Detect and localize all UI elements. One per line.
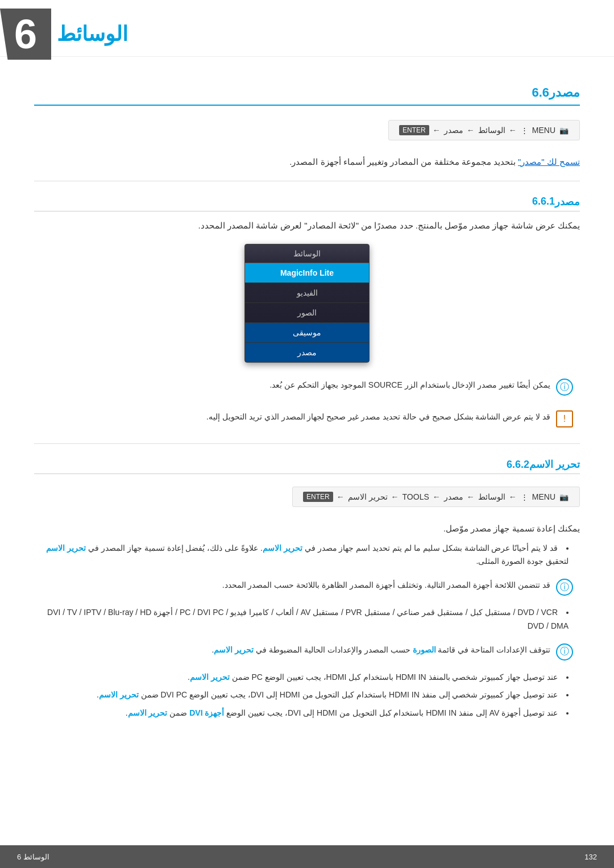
nav2-step1: الوسائط xyxy=(478,492,505,501)
nav-arrow-1: ← xyxy=(509,126,517,135)
section-6-6-number: 6.6 xyxy=(532,85,549,100)
section-6-6-1-heading: مصدر 6.6.1 xyxy=(34,196,580,211)
menu-item-source: مصدر xyxy=(245,343,369,362)
nav-path-6-6-2: 📷 MENU ⋮ ← الوسائط ← مصدر ← TOOLS ← تحري… xyxy=(292,487,580,507)
note-text-3: قد تتضمن اللائحة أجهزة المصدر التالية. و… xyxy=(222,579,550,591)
nav2-arrow-5: ← xyxy=(337,492,345,501)
info-icon-3: ⓘ xyxy=(556,643,573,661)
nav2-arrow-4: ← xyxy=(391,492,399,501)
note-box-1: ⓘ يمكن أيضًا تغيير مصدر الإدخال باستخدام… xyxy=(34,374,580,400)
note-box-2: ! قد لا يتم عرض الشاشة بشكل صحيح في حالة… xyxy=(34,406,580,432)
menu-item-music: موسيقى xyxy=(245,323,369,343)
warning-icon-1: ! xyxy=(556,410,573,427)
bullet-item-pc: عند توصيل جهاز كمبيوتر شخصي بالمنفذ HDMI… xyxy=(34,671,569,684)
bullet-item-dvi-pc: عند توصيل جهاز كمبيوتر شخصي إلى منفذ HDM… xyxy=(34,688,569,702)
info-icon-1: ⓘ xyxy=(556,379,573,396)
page-number: 132 xyxy=(584,853,597,861)
main-content: مصدر 6.6 📷 MENU ⋮ ← الوسائط ← مصدر ← ENT… xyxy=(0,57,614,760)
remote-icon-2: 📷 xyxy=(559,493,569,501)
note-text-4: تتوقف الإعدادات المتاحة في قائمة الصورة … xyxy=(212,643,550,656)
menu-header-item: الوسائط xyxy=(245,244,369,263)
nav-arrow-2: ← xyxy=(467,126,475,135)
menu-box: الوسائط MagicInfo Lite الفيديو الصور موس… xyxy=(244,244,370,363)
section-6-6-description: تسمح لك "مصدر" بتحديد مجموعة مختلفة من ا… xyxy=(34,155,580,169)
bullet-list-2: DVD / VCR / مستقبل كبل / مستقبل قمر صناع… xyxy=(34,606,580,633)
section-6-6-1-number: 6.6.1 xyxy=(532,196,555,207)
note-box-3: ⓘ قد تتضمن اللائحة أجهزة المصدر التالية.… xyxy=(34,574,580,600)
nav-menu: MENU xyxy=(532,126,555,135)
menu-item-magicinfo: MagicInfo Lite xyxy=(245,263,369,283)
bullet-list-3: عند توصيل جهاز كمبيوتر شخصي بالمنفذ HDMI… xyxy=(34,671,580,720)
nav2-step4: تحرير الاسم xyxy=(348,492,388,501)
menu-item-video: الفيديو xyxy=(245,283,369,303)
chapter-title: الوسائط xyxy=(57,22,128,46)
bullet-item-1: قد لا يتم أحيانًا عرض الشاشة بشكل سليم م… xyxy=(34,542,569,569)
section-6-6-heading: مصدر 6.6 xyxy=(34,85,580,106)
enter-btn: ENTER xyxy=(399,125,429,135)
nav-arrow-3: ← xyxy=(433,126,441,135)
nav-step2: مصدر xyxy=(444,126,463,135)
chapter-number: 6 xyxy=(0,9,51,60)
nav2-menu: MENU xyxy=(532,492,555,501)
nav-path-6-6: 📷 MENU ⋮ ← الوسائط ← مصدر ← ENTER xyxy=(388,120,580,140)
section-6-6-2-title: تحرير الاسم xyxy=(529,458,580,471)
nav2-arrow-2: ← xyxy=(467,492,475,501)
page-footer: 132 الوسائط 6 xyxy=(0,845,614,868)
divider-1 xyxy=(34,181,580,181)
section-6-6-2-description: يمكنك إعادة تسمية جهاز مصدر موّصل. xyxy=(34,521,580,536)
section-6-6-2-number: 6.6.2 xyxy=(507,459,529,471)
nav-separator-icon: ⋮ xyxy=(521,126,528,135)
note-text-2: قد لا يتم عرض الشاشة بشكل صحيح في حالة ت… xyxy=(206,410,550,423)
note-box-4: ⓘ تتوقف الإعدادات المتاحة في قائمة الصور… xyxy=(34,639,580,665)
nav-step1: الوسائط xyxy=(478,126,505,135)
nav2-arrow-3: ← xyxy=(433,492,441,501)
nav2-step3: TOOLS xyxy=(403,492,429,501)
enter-btn-2: ENTER xyxy=(303,492,333,502)
menu-item-photos: الصور xyxy=(245,303,369,323)
section-6-6-title: مصدر xyxy=(549,85,580,100)
nav2-arrow-1: ← xyxy=(509,492,517,501)
menu-image-container: الوسائط MagicInfo Lite الفيديو الصور موس… xyxy=(34,244,580,363)
section-6-6-2-heading: تحرير الاسم 6.6.2 xyxy=(34,458,580,474)
nav2-step2: مصدر xyxy=(444,492,463,501)
divider-2 xyxy=(34,443,580,444)
info-icon-2: ⓘ xyxy=(556,579,573,596)
remote-icon: 📷 xyxy=(559,126,569,135)
bullet-list-1: قد لا يتم أحيانًا عرض الشاشة بشكل سليم م… xyxy=(34,542,580,569)
bullet-item-devices: DVD / VCR / مستقبل كبل / مستقبل قمر صناع… xyxy=(34,606,569,633)
chapter-title-area: الوسائط 6 xyxy=(0,0,614,60)
section-6-6-1-description: يمكنك عرض شاشة جهاز مصدر موّصل بالمنتج. … xyxy=(34,218,580,233)
section-6-6-1-title: مصدر xyxy=(555,196,580,208)
page-header: الوسائط 6 xyxy=(0,0,614,57)
note-text-1: يمكن أيضًا تغيير مصدر الإدخال باستخدام ا… xyxy=(270,379,550,391)
nav2-separator-icon: ⋮ xyxy=(521,493,528,501)
bullet-item-dvi-devices: عند توصيل أجهزة AV إلى منفذ HDMI IN باست… xyxy=(34,707,569,720)
footer-chapter-label: الوسائط 6 xyxy=(17,853,49,861)
